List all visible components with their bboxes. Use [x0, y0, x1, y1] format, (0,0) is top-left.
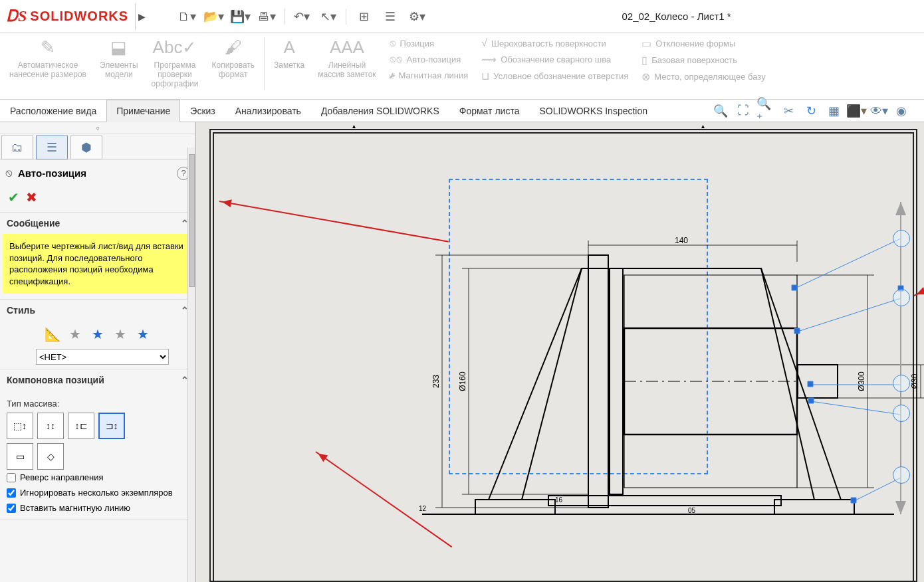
style-save-icon[interactable]: ★ [111, 325, 130, 343]
style-select[interactable]: <НЕТ> [36, 349, 169, 365]
document-title: 02_02_Колесо - Лист1 * [622, 11, 731, 22]
geometric-tolerance-button[interactable]: ▭Отклонение формы [641, 37, 765, 50]
svg-line-5 [761, 268, 814, 500]
zoom-fit-button[interactable]: 🔍 [711, 102, 730, 120]
balloon-5[interactable] [893, 466, 910, 484]
svg-line-38 [811, 401, 901, 415]
ds-icon: ᎠS [7, 7, 27, 25]
layout-left-button[interactable]: ◇ [37, 443, 64, 470]
rotate-button[interactable]: ↻ [802, 102, 820, 120]
svg-line-39 [854, 478, 901, 501]
open-doc-button[interactable]: 📂▾ [201, 5, 225, 29]
tab-sheet-format[interactable]: Формат листа [449, 100, 530, 122]
new-doc-button[interactable]: 🗋▾ [175, 5, 199, 29]
tab-evaluate[interactable]: Анализировать [225, 100, 311, 122]
tab-view-layout[interactable]: Расположение вида [0, 100, 106, 122]
svg-marker-42 [895, 501, 906, 514]
tab-addins[interactable]: Добавления SOLIDWORKS [311, 100, 449, 122]
display-style-button[interactable]: ▦ [824, 102, 843, 120]
svg-line-35 [795, 239, 901, 288]
svg-line-4 [522, 268, 582, 500]
note-button[interactable]: AЗаметка [267, 37, 311, 97]
style-add-icon[interactable]: ★ [66, 325, 84, 343]
ignore-checkbox[interactable]: Игнорировать несколько экземпляров [7, 485, 189, 500]
model-items-button[interactable]: ⬓Элементымодели [93, 37, 145, 97]
surface-finish-button[interactable]: √Шероховатость поверхности [481, 37, 628, 49]
app-logo: ᎠS SOLIDWORKS [0, 7, 135, 25]
svg-text:Ø160: Ø160 [458, 371, 467, 391]
balloon-2[interactable] [893, 289, 910, 306]
panel-scrollbar[interactable] [187, 147, 195, 582]
linear-note-pattern-button[interactable]: AAAЛинейныймассив заметок [311, 37, 382, 97]
list-button[interactable]: ☰ [378, 5, 402, 29]
layout-section-header[interactable]: Компоновка позиций⌃ [0, 369, 195, 391]
prev-view-button[interactable]: 🔍⁺ [756, 102, 775, 120]
drawing-view: 140 Ø160 233 Ø300 Ø30 12 16 05 [389, 182, 924, 541]
layout-top-button[interactable]: ↕⊏ [68, 413, 94, 439]
svg-rect-3 [548, 496, 781, 506]
magnetic-line-button[interactable]: ⸙Магнитная линия [390, 69, 469, 81]
style-delete-icon[interactable]: ★ [88, 325, 107, 343]
expand-toolbar-button[interactable]: ▶ [135, 3, 148, 30]
command-manager-tabs: Расположение вида Примечание Эскиз Анали… [0, 100, 924, 122]
svg-text:140: 140 [675, 236, 688, 245]
hide-show-button[interactable]: 👁▾ [869, 102, 888, 120]
title-bar: ᎠS SOLIDWORKS ▶ 🗋▾ 📂▾ 💾▾ 🖶▾ ↶▾ ↖▾ ⊞ ☰ ⚙▾… [0, 0, 924, 33]
config-manager-tab[interactable]: ⬢ [70, 136, 102, 159]
svg-rect-47 [851, 498, 856, 503]
auto-balloon-icon: ⍉ [5, 166, 13, 180]
save-button[interactable]: 💾▾ [228, 5, 252, 29]
balloon-1[interactable] [893, 230, 910, 247]
auto-balloon-button[interactable]: ⍉⍉Авто-позиция [390, 53, 469, 65]
datum-feature-button[interactable]: ▯Базовая поверхность [641, 54, 765, 66]
svg-rect-45 [808, 381, 813, 387]
ok-button[interactable]: ✔ [8, 189, 19, 205]
view-orientation-button[interactable]: ⬛▾ [847, 102, 866, 120]
print-button[interactable]: 🖶▾ [255, 5, 279, 29]
message-section-header[interactable]: Сообщение⌃ [0, 213, 195, 234]
layout-bottom-button[interactable]: ▭ [7, 443, 33, 470]
svg-text:12: 12 [419, 505, 427, 512]
tab-inspection[interactable]: SOLIDWORKS Inspection [529, 100, 657, 122]
tab-sketch[interactable]: Эскиз [180, 100, 225, 122]
undo-button[interactable]: ↶▾ [290, 5, 314, 29]
svg-rect-2 [774, 500, 854, 514]
layout-right-button[interactable]: ⊐↕ [98, 413, 125, 439]
layout-square-button[interactable]: ⬚↕ [7, 413, 33, 439]
balloon-button[interactable]: ⍉Позиция [390, 37, 469, 49]
zoom-area-button[interactable]: ⛶ [734, 102, 752, 120]
magnetic-line-checkbox[interactable]: Вставить магнитную линию [7, 500, 189, 516]
section-view-button[interactable]: ✂ [779, 102, 798, 120]
heads-up-toolbar: 🔍 ⛶ 🔍⁺ ✂ ↻ ▦ ⬛▾ 👁▾ ◉ [711, 102, 924, 120]
style-section-header[interactable]: Стиль⌃ [0, 300, 195, 321]
balloon-3[interactable] [893, 375, 910, 392]
tab-annotation[interactable]: Примечание [106, 100, 180, 122]
svg-line-36 [798, 298, 901, 332]
hole-callout-button[interactable]: ⊔Условное обозначение отверстия [481, 70, 628, 82]
smart-dimension-button[interactable]: ✎Автоматическоенанесение размеров [3, 37, 93, 97]
property-manager-tab[interactable]: ☰ [36, 136, 68, 159]
appearance-button[interactable]: ◉ [892, 102, 911, 120]
ribbon: ✎Автоматическоенанесение размеров ⬓Элеме… [0, 33, 924, 100]
reverse-checkbox[interactable]: Реверс направления [7, 470, 189, 485]
svg-rect-6 [588, 255, 608, 508]
property-manager: ◦ 🗂 ☰ ⬢ ⍉ Авто-позиция ? ✔ ✖ Сообщение⌃ … [0, 122, 196, 582]
format-painter-button[interactable]: 🖌Копироватьформат [205, 37, 261, 97]
rebuild-button[interactable]: ⊞ [352, 5, 376, 29]
svg-rect-1 [475, 500, 555, 514]
select-button[interactable]: ↖▾ [316, 5, 340, 29]
spell-check-button[interactable]: Abc✓Программапроверкиорфографии [145, 37, 205, 97]
svg-text:Ø300: Ø300 [857, 371, 866, 391]
drawing-canvas[interactable]: ▴▴ [196, 122, 924, 582]
balloon-4[interactable] [893, 405, 910, 422]
quick-access-toolbar: 🗋▾ 📂▾ 💾▾ 🖶▾ ↶▾ ↖▾ ⊞ ☰ ⚙▾ [175, 5, 429, 29]
settings-button[interactable]: ⚙▾ [405, 5, 429, 29]
datum-target-button[interactable]: ⊗Место, определяющее базу [641, 70, 765, 83]
layout-circular-button[interactable]: ↕↕ [37, 413, 64, 439]
cancel-button[interactable]: ✖ [26, 189, 37, 205]
feature-tree-tab[interactable]: 🗂 [1, 136, 33, 159]
style-load-icon[interactable]: ★ [134, 325, 152, 343]
svg-rect-7 [610, 268, 623, 494]
weld-symbol-button[interactable]: ⟿Обозначение сварного шва [481, 53, 628, 66]
style-apply-icon[interactable]: 📐 [43, 325, 62, 343]
